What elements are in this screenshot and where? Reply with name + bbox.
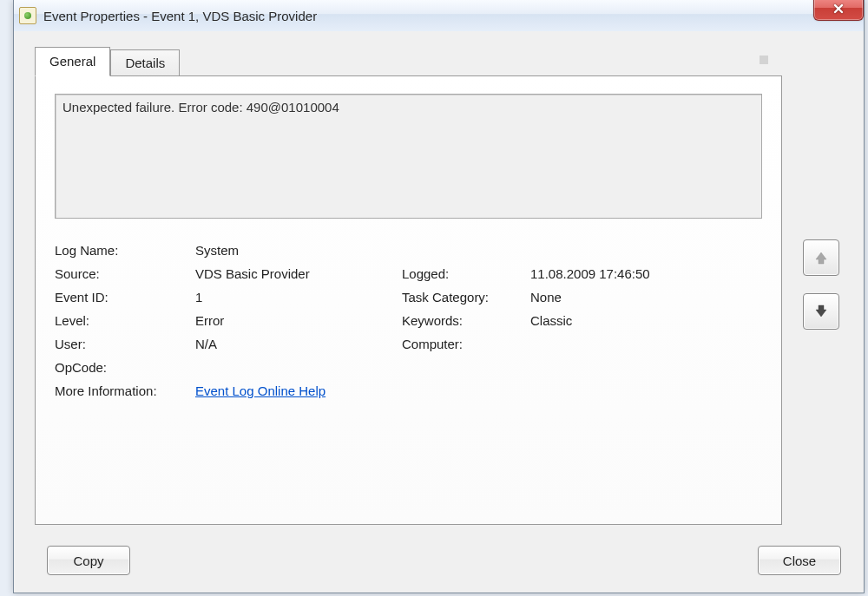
properties-grid: Log Name: System Source: VDS Basic Provi… <box>55 243 762 398</box>
label-level: Level: <box>55 313 195 328</box>
prev-event-button[interactable] <box>803 239 839 276</box>
description-box[interactable]: Unexpected failure. Error code: 490@0101… <box>55 94 762 219</box>
value-task-category: None <box>530 290 762 305</box>
label-user: User: <box>55 337 195 351</box>
value-opcode <box>195 360 762 375</box>
label-more-info: More Information: <box>55 383 195 398</box>
tab-general[interactable]: General <box>35 47 110 76</box>
close-button[interactable]: Close <box>758 546 841 575</box>
value-user: N/A <box>195 337 402 351</box>
value-log-name: System <box>195 243 762 258</box>
value-logged: 11.08.2009 17:46:50 <box>530 266 762 281</box>
window-title: Event Properties - Event 1, VDS Basic Pr… <box>43 9 317 23</box>
nav-arrows <box>803 239 838 347</box>
value-source: VDS Basic Provider <box>195 266 402 281</box>
arrow-up-icon <box>813 250 829 265</box>
general-panel: Unexpected failure. Error code: 490@0101… <box>35 75 782 525</box>
titlebar: Event Properties - Event 1, VDS Basic Pr… <box>14 0 864 32</box>
value-level: Error <box>195 313 402 328</box>
window-close-button[interactable] <box>813 0 864 21</box>
event-log-online-help-link[interactable]: Event Log Online Help <box>195 383 326 398</box>
bottom-bar: Copy Close <box>35 546 841 575</box>
label-event-id: Event ID: <box>55 290 195 305</box>
app-icon <box>19 7 36 24</box>
copy-button[interactable]: Copy <box>47 546 130 575</box>
event-properties-window: Event Properties - Event 1, VDS Basic Pr… <box>13 0 865 593</box>
tab-details[interactable]: Details <box>110 49 180 75</box>
value-computer <box>530 337 762 351</box>
label-task-category: Task Category: <box>402 290 530 305</box>
label-log-name: Log Name: <box>55 243 195 258</box>
arrow-down-icon <box>813 304 829 319</box>
label-computer: Computer: <box>402 337 530 351</box>
client-area: GeneralDetails Unexpected failure. Error… <box>14 31 864 593</box>
value-event-id: 1 <box>195 290 402 305</box>
label-opcode: OpCode: <box>55 360 195 375</box>
label-source: Source: <box>55 266 195 281</box>
label-logged: Logged: <box>402 266 530 281</box>
value-more-info: Event Log Online Help <box>195 383 762 398</box>
close-icon <box>832 3 845 15</box>
description-text: Unexpected failure. Error code: 490@0101… <box>62 100 754 115</box>
value-keywords: Classic <box>530 313 762 328</box>
next-event-button[interactable] <box>803 293 839 330</box>
tab-strip: GeneralDetails <box>35 47 782 76</box>
label-keywords: Keywords: <box>402 313 530 328</box>
